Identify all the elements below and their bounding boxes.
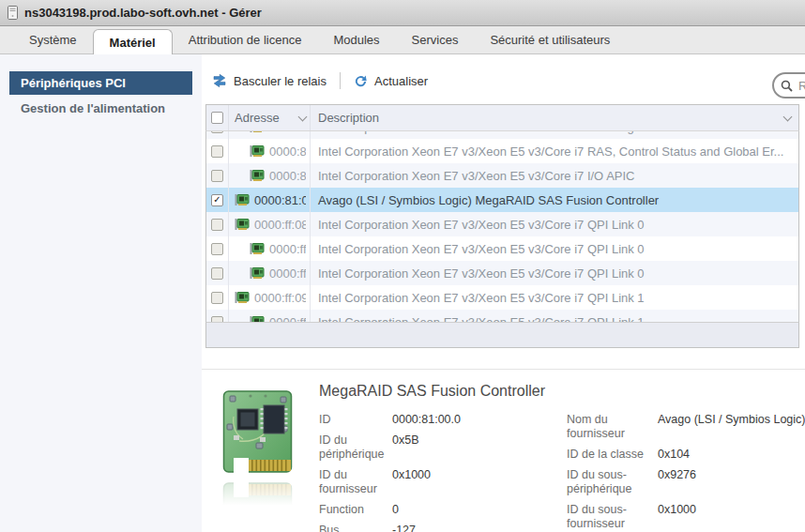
detail-field-bus: Bus-127: [319, 524, 567, 532]
pci-card-icon: [235, 291, 250, 304]
detail-label: Function: [319, 503, 392, 517]
row-address: 0000:ff:...: [269, 242, 306, 256]
detail-field-id-du-sous-fournisseur: ID du sous-fournisseur0x1000: [567, 503, 805, 531]
pci-card-icon: [250, 144, 265, 158]
detail-field-nom-du-fournisseur: Nom du fournisseurAvago (LSI / Symbios L…: [567, 413, 805, 441]
table-row[interactable]: 0000:8...Intel Corporation Xeon E7 v3/Xe…: [206, 163, 798, 188]
content-panel: Basculer le relais Actualiser: [202, 54, 805, 532]
host-icon: [8, 6, 18, 20]
device-title: MegaRAID SAS Fusion Controller: [319, 383, 805, 400]
search-box: [772, 72, 805, 99]
column-header-description[interactable]: Description: [310, 105, 798, 130]
row-description: Intel Corporation Xeon E7 v3/Xeon E5 v3/…: [310, 131, 798, 139]
pci-table-rows: 0000:8...Intel Corporation Xeon E7 v3/Xe…: [206, 131, 798, 322]
detail-field-id-du-sous-peripherique: ID du sous-périphérique0x9276: [567, 468, 805, 496]
row-checkbox[interactable]: [211, 243, 223, 255]
swap-arrows-icon: [212, 73, 227, 88]
row-address: 0000:ff...: [269, 315, 306, 323]
tab-securite-et-utilisateurs[interactable]: Sécurité et utilisateurs: [474, 26, 626, 53]
row-description: Intel Corporation Xeon E7 v3/Xeon E5 v3/…: [310, 310, 798, 322]
detail-field-id: ID0000:81:00.0: [319, 413, 567, 427]
detail-label: ID du sous-périphérique: [567, 468, 658, 496]
detail-value: 0x5B: [392, 433, 419, 462]
search-icon: [781, 80, 793, 92]
column-header-adresse[interactable]: Adresse: [228, 105, 310, 130]
detail-value: Avago (LSI / Symbios Logic): [658, 413, 805, 441]
pci-card-icon: [250, 266, 265, 280]
table-row[interactable]: ✓0000:81:00.0Avago (LSI / Symbios Logic)…: [206, 188, 798, 212]
toolbar: Basculer le relais Actualiser: [208, 71, 432, 90]
refresh-icon: [354, 74, 368, 88]
toggle-passthrough-button[interactable]: Basculer le relais: [208, 71, 330, 90]
chevron-down-icon[interactable]: [298, 113, 308, 122]
tab-materiel[interactable]: Matériel: [93, 29, 173, 54]
pci-card-reflection: [222, 480, 294, 512]
table-row[interactable]: 0000:ff:09.0Intel Corporation Xeon E7 v3…: [206, 285, 798, 310]
detail-label: ID du sous-fournisseur: [567, 503, 658, 531]
table-row[interactable]: 0000:ff:08.0Intel Corporation Xeon E7 v3…: [206, 212, 798, 236]
chevron-down-icon[interactable]: [783, 113, 793, 122]
row-address: 0000:ff:...: [269, 266, 306, 281]
detail-value: -127: [392, 524, 416, 532]
detail-value: 0: [392, 503, 399, 517]
row-checkbox[interactable]: [211, 292, 223, 304]
table-row[interactable]: 0000:ff:...Intel Corporation Xeon E7 v3/…: [206, 236, 798, 261]
row-address: 0000:8...: [269, 144, 306, 159]
detail-label: ID du fournisseur: [319, 468, 392, 496]
row-address: 0000:ff:08.0: [254, 218, 306, 232]
row-description: Avago (LSI / Symbios Logic) MegaRAID SAS…: [310, 188, 798, 212]
detail-value: 0x1000: [658, 503, 696, 531]
row-description: Intel Corporation Xeon E7 v3/Xeon E5 v3/…: [310, 139, 798, 163]
tab-attribution-de-licence[interactable]: Attribution de licence: [173, 26, 318, 53]
pci-device-table: Adresse Description 0000:8...Intel Corpo…: [205, 104, 799, 348]
sidebar-item-peripheriques-pci[interactable]: Périphériques PCI: [9, 71, 192, 95]
sidebar: Périphériques PCIGestion de l'alimentati…: [0, 54, 202, 532]
pci-card-icon: [250, 131, 265, 133]
detail-field-id-de-la-classe: ID de la classe0x104: [567, 448, 805, 462]
table-rows-viewport: 0000:8...Intel Corporation Xeon E7 v3/Xe…: [205, 131, 799, 322]
horizontal-scrollbar[interactable]: [205, 322, 799, 348]
pci-card-icon: [235, 193, 250, 206]
details-left-column: ID0000:81:00.0ID du périphérique0x5BID d…: [319, 413, 567, 532]
tab-services[interactable]: Services: [396, 26, 475, 53]
table-row[interactable]: 0000:8...Intel Corporation Xeon E7 v3/Xe…: [206, 139, 798, 163]
refresh-button[interactable]: Actualiser: [350, 72, 432, 90]
select-all-checkbox[interactable]: [211, 112, 223, 124]
sidebar-item-gestion-de-l-alimentation[interactable]: Gestion de l'alimentation: [9, 97, 192, 120]
row-checkbox[interactable]: [211, 316, 223, 323]
row-description: Intel Corporation Xeon E7 v3/Xeon E5 v3/…: [310, 261, 798, 285]
detail-label: Nom du fournisseur: [567, 413, 658, 441]
row-description: Intel Corporation Xeon E7 v3/Xeon E5 v3/…: [310, 163, 798, 188]
details-right-column: Nom du fournisseurAvago (LSI / Symbios L…: [567, 413, 805, 532]
row-checkbox[interactable]: [211, 267, 223, 280]
row-description: Intel Corporation Xeon E7 v3/Xeon E5 v3/…: [310, 236, 798, 261]
detail-field-id-du-fournisseur: ID du fournisseur0x1000: [319, 468, 567, 496]
row-description: Intel Corporation Xeon E7 v3/Xeon E5 v3/…: [310, 285, 798, 310]
row-address: 0000:8...: [269, 131, 306, 134]
row-checkbox[interactable]: [211, 219, 223, 231]
detail-value: 0x104: [658, 448, 690, 462]
detail-field-function: Function0: [319, 503, 567, 517]
row-checkbox[interactable]: [211, 131, 223, 133]
detail-label: Bus: [319, 524, 392, 532]
row-checkbox[interactable]: ✓: [211, 194, 223, 206]
search-input[interactable]: [797, 78, 805, 94]
row-checkbox[interactable]: [211, 170, 223, 182]
row-description: Intel Corporation Xeon E7 v3/Xeon E5 v3/…: [310, 212, 798, 236]
toggle-passthrough-label: Basculer le relais: [234, 74, 327, 88]
pci-card-icon: [250, 315, 265, 322]
row-checkbox[interactable]: [211, 145, 223, 158]
row-address: 0000:8...: [269, 169, 306, 183]
table-row[interactable]: 0000:8...Intel Corporation Xeon E7 v3/Xe…: [206, 131, 798, 139]
tab-systeme[interactable]: Système: [13, 26, 93, 53]
detail-value: 0x9276: [658, 468, 696, 496]
detail-value: 0000:81:00.0: [392, 413, 461, 427]
table-row[interactable]: 0000:ff...Intel Corporation Xeon E7 v3/X…: [206, 310, 798, 322]
detail-value: 0x1000: [392, 468, 431, 496]
pci-card-icon: [250, 242, 265, 255]
tab-modules[interactable]: Modules: [317, 26, 395, 53]
refresh-label: Actualiser: [374, 74, 428, 88]
table-row[interactable]: 0000:ff:...Intel Corporation Xeon E7 v3/…: [206, 261, 798, 285]
page-title: ns3043198.prod.labo-soft.ovh.net - Gérer: [24, 6, 262, 20]
device-details-panel: MegaRAID SAS Fusion Controller ID0000:81…: [222, 383, 805, 532]
